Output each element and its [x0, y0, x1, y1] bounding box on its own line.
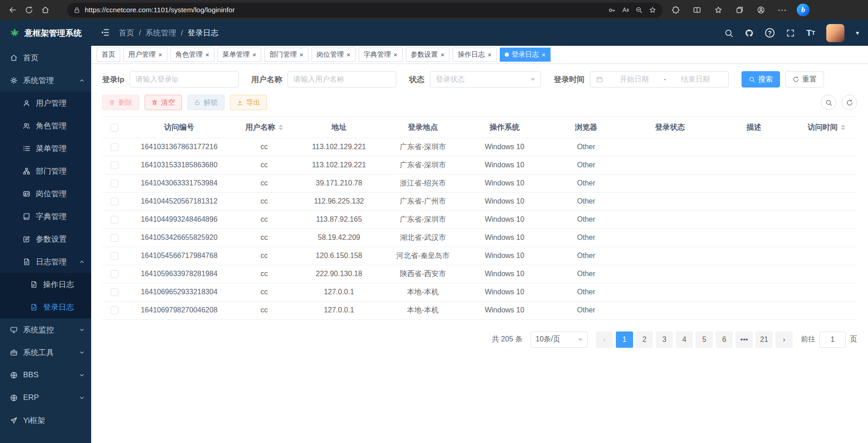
font-size-icon[interactable]: TT [806, 28, 815, 38]
avatar-caret-icon[interactable]: ▾ [856, 29, 859, 36]
sidebar-item-dict-mgmt[interactable]: 字典管理 [0, 205, 91, 228]
export-button[interactable]: 导出 [230, 95, 267, 110]
row-checkbox[interactable] [111, 143, 118, 151]
header-search-icon[interactable] [724, 29, 733, 38]
page-button-4[interactable]: 4 [676, 331, 693, 348]
sidebar-item-login-log[interactable]: 登录日志 [0, 296, 91, 318]
row-checkbox[interactable] [111, 252, 118, 260]
sidebar-item-dept-mgmt[interactable]: 部门管理 [0, 160, 91, 182]
row-checkbox[interactable] [111, 288, 118, 296]
filter-date-range[interactable]: 开始日期 - 结束日期 [590, 71, 729, 88]
tab-operation-log[interactable]: 操作日志× [453, 48, 497, 62]
delete-button[interactable]: 删除 [102, 95, 139, 110]
favorites-bar-icon[interactable] [712, 3, 725, 17]
tab-user-mgmt[interactable]: 用户管理× [123, 48, 167, 62]
tab-close-icon[interactable]: × [488, 51, 492, 58]
column-header-time[interactable]: 访问时间 [796, 117, 857, 138]
tab-login-log[interactable]: 登录日志× [500, 48, 551, 62]
fullscreen-icon[interactable] [786, 29, 795, 38]
tab-menu-mgmt[interactable]: 菜单管理× [218, 48, 262, 62]
browser-refresh-button[interactable] [21, 2, 37, 18]
github-icon[interactable] [745, 29, 754, 38]
row-checkbox[interactable] [111, 198, 118, 205]
sidebar-item-system-monitor[interactable]: 系统监控 [0, 318, 91, 341]
row-checkbox[interactable] [111, 307, 118, 314]
page-button-5[interactable]: 5 [696, 331, 713, 348]
toggle-search-button[interactable] [821, 95, 836, 110]
tab-close-icon[interactable]: × [441, 51, 445, 58]
refresh-table-button[interactable] [842, 95, 857, 110]
breadcrumb-home[interactable]: 首页 [119, 28, 134, 38]
column-header-user[interactable]: 用户名称 [231, 117, 297, 138]
site-info-lock-icon[interactable] [73, 7, 80, 14]
browser-home-button[interactable] [37, 2, 54, 18]
row-checkbox[interactable] [111, 216, 118, 224]
extensions-icon[interactable] [669, 3, 683, 17]
tab-post-mgmt[interactable]: 岗位管理× [312, 48, 356, 62]
tab-close-icon[interactable]: × [253, 51, 257, 58]
row-checkbox[interactable] [111, 161, 118, 169]
sidebar-item-bbs[interactable]: BBS [0, 364, 91, 386]
sidebar-toggle-icon[interactable] [100, 28, 110, 39]
address-bar[interactable]: https://ccnetcore.com:1101/system/log/lo… [67, 3, 663, 18]
sidebar-item-menu-mgmt[interactable]: 菜单管理 [0, 137, 91, 160]
sidebar-item-post-mgmt[interactable]: 岗位管理 [0, 182, 91, 205]
sidebar-item-system-tools[interactable]: 系统工具 [0, 341, 91, 364]
tab-dict-mgmt[interactable]: 字典管理× [359, 48, 403, 62]
page-button-6[interactable]: 6 [716, 331, 733, 348]
page-button-2[interactable]: 2 [636, 331, 653, 348]
read-aloud-icon[interactable] [622, 6, 629, 14]
tab-home[interactable]: 首页 [97, 48, 120, 62]
sort-caret-icon[interactable] [841, 125, 845, 130]
reset-button[interactable]: 重置 [785, 71, 824, 88]
breadcrumb-system-mgmt[interactable]: 系统管理 [146, 28, 176, 38]
tab-close-icon[interactable]: × [394, 51, 398, 58]
url-text[interactable]: https://ccnetcore.com:1101/system/log/lo… [85, 6, 602, 14]
sidebar-item-yi-framework[interactable]: Yi框架 [0, 409, 91, 432]
collections-icon[interactable] [733, 3, 746, 17]
sidebar-item-log-mgmt[interactable]: 日志管理 [0, 250, 91, 273]
page-button-3[interactable]: 3 [656, 331, 673, 348]
page-size-select[interactable]: 10条/页 [531, 331, 588, 348]
browser-back-button[interactable] [5, 2, 21, 18]
goto-page-input[interactable] [819, 331, 846, 348]
sidebar-item-system-mgmt[interactable]: 系统管理 [0, 69, 91, 92]
filter-user-input[interactable] [288, 71, 396, 88]
prev-page-button[interactable]: ‹ [596, 331, 613, 348]
tab-close-icon[interactable]: × [541, 51, 546, 58]
tab-close-icon[interactable]: × [346, 51, 351, 58]
tab-close-icon[interactable]: × [205, 51, 210, 58]
tab-dept-mgmt[interactable]: 部门管理× [264, 48, 308, 62]
filter-ip-input[interactable] [130, 71, 239, 88]
page-button-last[interactable]: 21 [756, 331, 773, 348]
favorites-star-icon[interactable] [649, 6, 656, 14]
next-page-button[interactable]: › [775, 331, 793, 348]
sidebar-item-role-mgmt[interactable]: 角色管理 [0, 114, 91, 137]
browser-menu-icon[interactable]: ⋯ [775, 3, 789, 17]
date-end-placeholder[interactable]: 结束日期 [668, 75, 723, 84]
tab-param-settings[interactable]: 参数设置× [406, 48, 450, 62]
filter-status-select[interactable]: 登录状态 [430, 71, 541, 88]
split-screen-icon[interactable] [690, 3, 704, 17]
clear-button[interactable]: 清空 [145, 95, 182, 110]
bing-icon[interactable]: b [797, 4, 809, 16]
search-button[interactable]: 搜索 [741, 71, 780, 88]
sidebar-item-erp[interactable]: ERP [0, 386, 91, 409]
sidebar-item-home[interactable]: 首页 [0, 46, 91, 69]
tab-close-icon[interactable]: × [158, 51, 162, 58]
browser-profile-icon[interactable] [754, 3, 768, 17]
select-all-checkbox[interactable] [111, 124, 118, 131]
page-button-1[interactable]: 1 [616, 331, 633, 348]
user-avatar[interactable] [826, 24, 844, 42]
sort-caret-icon[interactable] [278, 125, 283, 130]
zoom-out-icon[interactable] [635, 6, 643, 14]
sidebar-item-param-settings[interactable]: 参数设置 [0, 228, 91, 250]
tab-role-mgmt[interactable]: 角色管理× [171, 48, 215, 62]
row-checkbox[interactable] [111, 234, 118, 242]
page-ellipsis-button[interactable]: ••• [736, 331, 753, 348]
date-start-placeholder[interactable]: 开始日期 [607, 75, 662, 84]
unlock-button[interactable]: 解锁 [187, 95, 224, 110]
sidebar-item-user-mgmt[interactable]: 用户管理 [0, 92, 91, 114]
row-checkbox[interactable] [111, 270, 118, 278]
help-icon[interactable]: ? [765, 28, 775, 38]
